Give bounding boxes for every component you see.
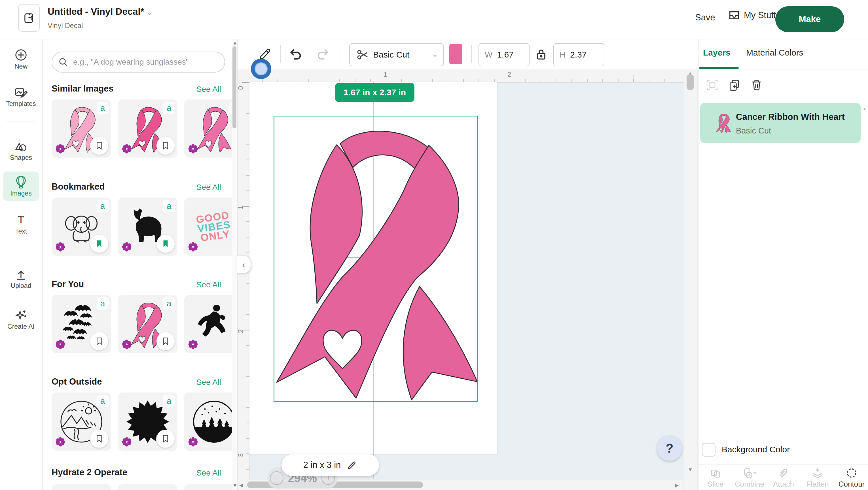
- contour-button[interactable]: Contour: [835, 464, 868, 490]
- edit-pencil-icon[interactable]: [346, 460, 357, 470]
- operation-label: Basic Cut: [373, 50, 409, 60]
- search-input[interactable]: [72, 57, 224, 67]
- lock-icon[interactable]: [535, 48, 547, 61]
- width-label: W: [485, 50, 492, 60]
- bookmark-button[interactable]: [156, 137, 175, 155]
- vertical-scrollbar-thumb[interactable]: [687, 74, 694, 90]
- scroll-down-icon[interactable]: ▼: [232, 483, 238, 489]
- access-flower-icon: [55, 241, 66, 252]
- see-all-link[interactable]: See All: [196, 378, 221, 387]
- sidebar-item-text[interactable]: T Text: [0, 214, 42, 235]
- access-badge: a: [163, 297, 175, 310]
- width-input[interactable]: [496, 50, 523, 60]
- image-card-pink-ribbon-heart[interactable]: a: [118, 295, 178, 353]
- scroll-up-icon[interactable]: ▲: [232, 40, 238, 46]
- background-color-label: Background Color: [722, 445, 790, 454]
- background-color-row: Background Color: [699, 438, 868, 463]
- image-card-forest-circle[interactable]: [184, 393, 238, 451]
- image-card-football-player[interactable]: [184, 295, 238, 353]
- mat-size-label: 2 in x 3 in: [303, 460, 341, 470]
- my-stuff-label: My Stuff: [744, 10, 776, 21]
- access-badge: a: [96, 395, 109, 407]
- balloon-icon: [0, 175, 42, 189]
- app-header: Untitled - Vinyl Decal*⌄ Vinyl Decal Sav…: [0, 0, 868, 39]
- background-color-checkbox[interactable]: [702, 443, 715, 457]
- image-card-sun-burst[interactable]: a: [118, 393, 178, 451]
- bookmark-button[interactable]: [156, 332, 175, 350]
- image-card-elephant-outline[interactable]: a: [52, 198, 111, 256]
- canvas-vertical-scrollbar[interactable]: [684, 69, 697, 490]
- project-subtitle: Vinyl Decal: [48, 22, 83, 30]
- list-scroll-up-icon[interactable]: ▲: [862, 106, 867, 111]
- pointer-indicator: [251, 59, 271, 79]
- width-field[interactable]: W: [478, 43, 530, 66]
- panel-tabs: Layers Material Colors: [699, 39, 868, 69]
- image-card-good-vibes[interactable]: GOOD VIBES ONLY: [184, 198, 238, 256]
- image-card-bat-swarm[interactable]: a: [52, 295, 111, 353]
- layer-row-cancer-ribbon[interactable]: Cancer Ribbon With Heart Basic Cut: [700, 103, 861, 143]
- slice-button: Slice: [699, 464, 733, 490]
- sidebar-item-new[interactable]: New: [0, 48, 42, 70]
- home-logo-button[interactable]: [18, 4, 40, 32]
- bookmark-button[interactable]: [90, 332, 108, 350]
- height-field[interactable]: H: [553, 43, 604, 66]
- bookmark-button-active[interactable]: [90, 235, 108, 253]
- sidebar-item-templates[interactable]: Templates: [0, 87, 42, 108]
- bookmark-button[interactable]: [90, 137, 108, 155]
- image-card[interactable]: [118, 484, 178, 490]
- cancer-ribbon-artwork[interactable]: [274, 117, 477, 400]
- access-flower-icon: [188, 143, 198, 154]
- design-canvas-area[interactable]: Basic Cut ⌄ W H 1 2 0 1 2: [237, 39, 698, 490]
- section-title: Opt Outside: [52, 377, 102, 387]
- chevron-down-icon: ⌄: [147, 8, 153, 16]
- attach-button: Attach: [767, 464, 801, 490]
- duplicate-icon[interactable]: [728, 78, 741, 92]
- save-button[interactable]: Save: [695, 12, 715, 23]
- sidebar-item-create-ai[interactable]: Create AI: [0, 308, 42, 330]
- mat-size-pill[interactable]: 2 in x 3 in: [281, 454, 379, 476]
- card-row: a a: [52, 393, 238, 451]
- help-button[interactable]: ?: [657, 436, 682, 461]
- zoom-out-button[interactable]: −: [270, 471, 283, 485]
- bookmark-button[interactable]: [90, 430, 108, 448]
- height-input[interactable]: [569, 50, 596, 60]
- image-card[interactable]: [184, 484, 238, 490]
- image-card-pink-ribbon[interactable]: a: [184, 99, 238, 158]
- tab-material-colors[interactable]: Material Colors: [746, 48, 803, 58]
- layer-name: Cancer Ribbon With Heart: [736, 112, 845, 122]
- redo-icon[interactable]: [316, 47, 330, 61]
- access-flower-icon: [55, 436, 66, 447]
- undo-icon[interactable]: [288, 47, 303, 61]
- trash-icon[interactable]: [750, 78, 763, 92]
- scroll-left-icon[interactable]: ◀: [239, 482, 243, 488]
- tab-layers[interactable]: Layers: [703, 48, 731, 58]
- make-button[interactable]: Make: [775, 6, 844, 32]
- image-card-pink-ribbon-light[interactable]: a: [52, 99, 111, 158]
- bookmark-button-active[interactable]: [156, 235, 175, 253]
- operation-dropdown[interactable]: Basic Cut ⌄: [349, 43, 444, 66]
- scroll-right-icon[interactable]: ▶: [675, 482, 679, 488]
- collapse-panel-button[interactable]: ‹: [237, 256, 251, 273]
- sidebar-item-upload[interactable]: Upload: [0, 268, 42, 290]
- image-card-pink-ribbon-dark[interactable]: a: [118, 99, 178, 158]
- panel-scrollbar-thumb[interactable]: [232, 46, 237, 128]
- image-card-mountain-scene[interactable]: a: [52, 393, 111, 451]
- bookmark-button[interactable]: [156, 430, 175, 448]
- see-all-link[interactable]: See All: [196, 183, 221, 192]
- image-search-box[interactable]: [52, 52, 225, 72]
- see-all-link[interactable]: See All: [196, 280, 221, 289]
- sidebar-item-shapes[interactable]: Shapes: [0, 140, 42, 162]
- selection-bounding-box[interactable]: [274, 116, 478, 402]
- canvas-toolbar: Basic Cut ⌄ W H: [237, 39, 698, 70]
- see-all-link[interactable]: See All: [196, 85, 221, 94]
- image-card[interactable]: [52, 484, 111, 490]
- my-stuff-button[interactable]: My Stuff: [728, 10, 776, 21]
- see-all-link[interactable]: See All: [196, 468, 221, 478]
- chevron-down-icon: ⌄: [433, 51, 438, 58]
- sidebar-item-images[interactable]: Images: [0, 175, 42, 197]
- scroll-down-icon[interactable]: ▼: [688, 467, 693, 473]
- access-badge: a: [96, 297, 109, 310]
- project-title[interactable]: Untitled - Vinyl Decal*⌄: [48, 6, 153, 17]
- layer-color-swatch[interactable]: [449, 44, 462, 64]
- image-card-elephant-silhouette[interactable]: a: [118, 198, 178, 256]
